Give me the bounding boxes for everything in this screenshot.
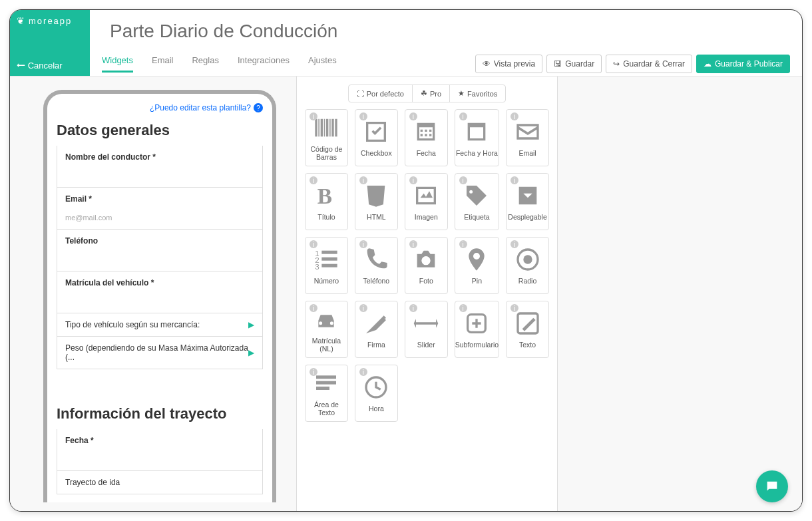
- save-label: Guardar: [565, 59, 594, 69]
- info-icon[interactable]: i: [459, 240, 467, 248]
- cancel-button[interactable]: 🠔 Cancelar: [17, 61, 83, 71]
- info-icon[interactable]: i: [359, 368, 367, 376]
- info-icon[interactable]: i: [309, 240, 317, 248]
- svg-rect-5: [322, 258, 337, 261]
- widget-dropdown[interactable]: iDesplegable: [506, 173, 549, 230]
- field-phone[interactable]: Teléfono: [57, 230, 263, 271]
- edit-hint[interactable]: ¿Puedo editar esta plantilla? ?: [57, 103, 263, 112]
- info-icon[interactable]: i: [309, 304, 317, 312]
- widget-number[interactable]: i123Número: [305, 237, 348, 294]
- preview-button[interactable]: 👁Vista previa: [475, 55, 542, 73]
- info-icon[interactable]: i: [459, 176, 467, 184]
- save-close-label: Guardar & Cerrar: [623, 59, 685, 69]
- widgets-panel: ⛶Por defecto ☘Pro ★Favoritos iCódigo de …: [296, 77, 558, 511]
- cloud-icon: ☁: [704, 59, 711, 69]
- section-title-route: Información del trayecto: [57, 405, 263, 423]
- widget-pin[interactable]: iPin: [455, 237, 499, 294]
- svg-text:B: B: [317, 184, 332, 208]
- filter-favorites[interactable]: ★Favoritos: [450, 85, 505, 102]
- tab-settings[interactable]: Ajustes: [308, 55, 337, 73]
- tab-rules[interactable]: Reglas: [192, 55, 218, 73]
- widget-phone[interactable]: iTeléfono: [355, 237, 398, 294]
- info-icon[interactable]: i: [409, 304, 417, 312]
- info-icon[interactable]: i: [510, 240, 518, 248]
- widget-datetime[interactable]: iFecha y Hora: [455, 109, 499, 166]
- info-icon[interactable]: i: [359, 240, 367, 248]
- save-close-button[interactable]: ↪Guardar & Cerrar: [606, 55, 692, 73]
- widget-html[interactable]: iHTML: [355, 173, 398, 230]
- widget-email[interactable]: iEmail: [506, 109, 549, 166]
- info-icon[interactable]: i: [309, 112, 317, 120]
- widget-image[interactable]: iImagen: [405, 173, 448, 230]
- section-title-general: Datos generales: [57, 122, 263, 139]
- field-outbound[interactable]: Trayecto de ida: [57, 471, 263, 494]
- chat-fab[interactable]: [756, 470, 788, 502]
- field-driver-name[interactable]: Nombre del conductor *: [57, 146, 263, 188]
- field-weight[interactable]: Peso (dependiendo de su Masa Máxima Auto…: [57, 337, 263, 369]
- svg-rect-6: [322, 264, 337, 267]
- widget-date[interactable]: iFecha: [405, 109, 448, 166]
- app-header: ❦ moreapp 🠔 Cancelar Parte Diario de Con…: [10, 10, 802, 77]
- info-icon[interactable]: i: [510, 176, 518, 184]
- widget-textarea[interactable]: iÁrea de Texto: [305, 365, 348, 422]
- exit-icon: ↪: [613, 59, 620, 69]
- preview-column: ¿Puedo editar esta plantilla? ? Datos ge…: [10, 77, 296, 511]
- widget-barcode[interactable]: iCódigo de Barras: [305, 109, 348, 166]
- info-icon[interactable]: i: [510, 304, 518, 312]
- info-icon[interactable]: i: [510, 112, 518, 120]
- tab-integrations[interactable]: Integraciones: [238, 55, 290, 73]
- info-icon[interactable]: i: [409, 112, 417, 120]
- filter-pro[interactable]: ☘Pro: [413, 85, 450, 102]
- preview-label: Vista previa: [494, 59, 535, 69]
- svg-rect-11: [316, 375, 336, 379]
- widget-subform[interactable]: iSubformulario: [455, 301, 499, 358]
- leaf-icon: ☘: [421, 89, 427, 98]
- info-icon[interactable]: i: [359, 176, 367, 184]
- eye-icon: 👁: [483, 59, 491, 69]
- cancel-label: Cancelar: [28, 61, 63, 71]
- info-icon[interactable]: i: [409, 176, 417, 184]
- field-email[interactable]: Email *me@mail.com: [57, 188, 263, 230]
- info-icon[interactable]: i: [409, 240, 417, 248]
- leaf-icon: ❦: [17, 15, 26, 26]
- widget-text[interactable]: iTexto: [506, 301, 549, 358]
- field-plate[interactable]: Matrícula del vehículo *: [57, 271, 263, 313]
- svg-text:3: 3: [315, 262, 319, 271]
- page-title: Parte Diario de Conducción: [110, 21, 337, 42]
- field-vehicle-type[interactable]: Tipo de vehículo según su mercancía:▶: [57, 313, 263, 337]
- svg-point-8: [523, 255, 532, 263]
- info-icon[interactable]: i: [309, 368, 317, 376]
- widget-radio[interactable]: iRadio: [506, 237, 549, 294]
- info-icon[interactable]: i: [459, 304, 467, 312]
- widget-title[interactable]: iBTítulo: [305, 173, 348, 230]
- field-date[interactable]: Fecha *: [57, 429, 263, 471]
- help-icon: ?: [254, 103, 263, 112]
- info-icon[interactable]: i: [459, 112, 467, 120]
- info-icon[interactable]: i: [309, 176, 317, 184]
- save-publish-button[interactable]: ☁Guardar & Publicar: [696, 55, 790, 73]
- widget-tag[interactable]: iEtiqueta: [455, 173, 499, 230]
- chevron-right-icon: ▶: [248, 348, 254, 357]
- header-main: Parte Diario de Conducción Widgets Email…: [90, 10, 802, 76]
- action-bar: 👁Vista previa 🖫Guardar ↪Guardar & Cerrar…: [475, 55, 790, 73]
- edit-hint-text: ¿Puedo editar esta plantilla?: [150, 103, 251, 112]
- info-icon[interactable]: i: [359, 112, 367, 120]
- svg-rect-13: [316, 387, 329, 390]
- tab-email[interactable]: Email: [152, 55, 174, 73]
- phone-frame: ¿Puedo editar esta plantilla? ? Datos ge…: [43, 90, 276, 502]
- widget-checkbox[interactable]: iCheckbox: [355, 109, 398, 166]
- widget-plate[interactable]: iMatrícula (NL): [305, 301, 348, 358]
- arrow-left-icon: 🠔: [17, 61, 25, 71]
- widget-slider[interactable]: iSlider: [405, 301, 448, 358]
- widget-signature[interactable]: iFirma: [355, 301, 398, 358]
- filter-default[interactable]: ⛶Por defecto: [349, 85, 413, 102]
- svg-rect-4: [322, 251, 337, 254]
- tab-widgets[interactable]: Widgets: [102, 55, 133, 73]
- save-publish-label: Guardar & Publicar: [715, 59, 783, 69]
- save-button[interactable]: 🖫Guardar: [546, 55, 602, 73]
- widget-filter-group: ⛶Por defecto ☘Pro ★Favoritos: [348, 85, 507, 102]
- widget-time[interactable]: iHora: [355, 365, 398, 422]
- info-icon[interactable]: i: [359, 304, 367, 312]
- dashboard-icon: ⛶: [357, 90, 364, 98]
- widget-photo[interactable]: iFoto: [405, 237, 448, 294]
